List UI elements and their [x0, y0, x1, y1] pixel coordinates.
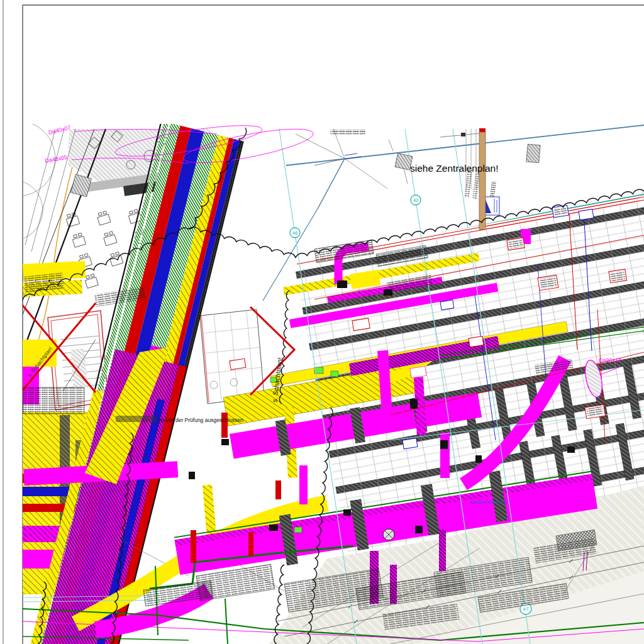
- grid-marker-number: 46: [292, 230, 297, 236]
- plan-canvas: 46 40 47: [0, 0, 644, 644]
- plan-viewer: 46 40 47: [0, 0, 644, 644]
- note-pruefung: ist von der Prüfung ausgeschlossen: [158, 417, 243, 423]
- pipe-label-da40: Da40x07: [48, 125, 71, 136]
- grid-marker-number: 47: [523, 606, 529, 612]
- grid-marker-number: 40: [413, 197, 418, 203]
- detail-symbol-box: [484, 197, 499, 215]
- illegible-text-bar: [116, 416, 156, 422]
- pipe-label-da90: Da90x10: [599, 357, 621, 364]
- bored-pile-column: [479, 128, 486, 230]
- site-plan-drawing: 46 40 47: [0, 119, 644, 644]
- note-aussenluft: Aussenluftbereich: [469, 499, 507, 505]
- note-zentralenplan: siehe Zentralenplan!: [410, 163, 498, 174]
- pipe-label-da48: Da48x05: [45, 154, 68, 164]
